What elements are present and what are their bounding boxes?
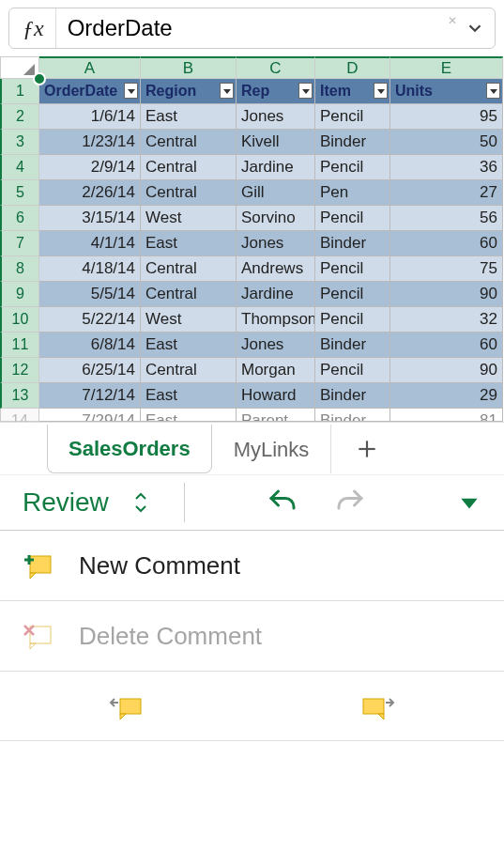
- cell[interactable]: 60: [390, 231, 503, 256]
- header-cell[interactable]: Rep: [237, 79, 315, 104]
- cell[interactable]: 90: [390, 282, 503, 307]
- cell[interactable]: Pencil: [315, 256, 390, 282]
- new-comment-button[interactable]: New Comment: [0, 531, 504, 601]
- cell[interactable]: 81: [390, 409, 503, 422]
- cell[interactable]: Sorvino: [237, 206, 315, 231]
- filter-icon[interactable]: [374, 83, 388, 99]
- cell[interactable]: Binder: [315, 130, 390, 155]
- cell[interactable]: 2/9/14: [39, 155, 141, 180]
- col-header[interactable]: D: [315, 56, 390, 79]
- cell[interactable]: Central: [141, 155, 237, 180]
- cell[interactable]: 4/1/14: [39, 231, 141, 256]
- ribbon-tab-selector[interactable]: Review: [0, 475, 171, 530]
- cell[interactable]: 50: [390, 130, 503, 155]
- cell[interactable]: Central: [141, 256, 237, 282]
- col-header[interactable]: B: [141, 56, 237, 79]
- cell[interactable]: Central: [141, 130, 237, 155]
- cell[interactable]: 27: [390, 180, 503, 206]
- cell[interactable]: Jones: [237, 333, 315, 358]
- header-cell[interactable]: OrderDate: [39, 79, 141, 104]
- cell[interactable]: East: [141, 231, 237, 256]
- row-header[interactable]: 14: [0, 409, 39, 422]
- filter-icon[interactable]: [486, 83, 500, 99]
- cell[interactable]: Pencil: [315, 206, 390, 231]
- cell[interactable]: 1/6/14: [39, 104, 141, 130]
- row-header[interactable]: 9: [0, 282, 39, 307]
- add-sheet-button[interactable]: [330, 425, 402, 473]
- chevron-down-icon[interactable]: [455, 18, 495, 39]
- fx-icon[interactable]: ƒx: [9, 8, 56, 48]
- cell[interactable]: 6/25/14: [39, 358, 141, 383]
- cell[interactable]: Pencil: [315, 104, 390, 130]
- col-header[interactable]: A: [39, 56, 141, 79]
- cell[interactable]: 7/29/14: [39, 409, 141, 422]
- cell[interactable]: 4/18/14: [39, 256, 141, 282]
- cell[interactable]: Central: [141, 180, 237, 206]
- row-header[interactable]: 7: [0, 231, 39, 256]
- cell[interactable]: 7/12/14: [39, 383, 141, 409]
- clear-icon[interactable]: ✕: [448, 14, 457, 27]
- cell[interactable]: 90: [390, 358, 503, 383]
- cell[interactable]: East: [141, 333, 237, 358]
- cell[interactable]: Andrews: [237, 256, 315, 282]
- cell[interactable]: 32: [390, 307, 503, 333]
- col-header[interactable]: C: [237, 56, 315, 79]
- cell[interactable]: East: [141, 383, 237, 409]
- cell[interactable]: 5/5/14: [39, 282, 141, 307]
- cell[interactable]: 1/23/14: [39, 130, 141, 155]
- cell[interactable]: Jardine: [237, 155, 315, 180]
- row-header[interactable]: 12: [0, 358, 39, 383]
- header-cell[interactable]: Units: [390, 79, 503, 104]
- next-comment-button[interactable]: [252, 672, 505, 740]
- filter-icon[interactable]: [124, 83, 138, 99]
- cell[interactable]: Binder: [315, 333, 390, 358]
- cell[interactable]: 36: [390, 155, 503, 180]
- cell[interactable]: 29: [390, 383, 503, 409]
- cell[interactable]: Pencil: [315, 155, 390, 180]
- cell[interactable]: West: [141, 307, 237, 333]
- cell[interactable]: Kivell: [237, 130, 315, 155]
- formula-input[interactable]: [56, 8, 455, 48]
- header-cell[interactable]: Region: [141, 79, 237, 104]
- cell[interactable]: Pencil: [315, 358, 390, 383]
- cell[interactable]: 56: [390, 206, 503, 231]
- row-header[interactable]: 6: [0, 206, 39, 231]
- cell[interactable]: 95: [390, 104, 503, 130]
- cell[interactable]: 5/22/14: [39, 307, 141, 333]
- cell[interactable]: Binder: [315, 383, 390, 409]
- row-header[interactable]: 5: [0, 180, 39, 206]
- row-header[interactable]: 13: [0, 383, 39, 409]
- sheet-tab-mylinks[interactable]: MyLinks: [212, 425, 331, 473]
- collapse-ribbon-button[interactable]: [435, 490, 504, 515]
- row-header[interactable]: 8: [0, 256, 39, 282]
- cell[interactable]: 2/26/14: [39, 180, 141, 206]
- row-header[interactable]: 11: [0, 333, 39, 358]
- cell[interactable]: Thompson: [237, 307, 315, 333]
- col-header[interactable]: E: [390, 56, 503, 79]
- cell[interactable]: 75: [390, 256, 503, 282]
- redo-button[interactable]: [333, 486, 367, 519]
- cell[interactable]: Central: [141, 358, 237, 383]
- cell[interactable]: Howard: [237, 383, 315, 409]
- cell[interactable]: Pencil: [315, 307, 390, 333]
- prev-comment-button[interactable]: [0, 672, 252, 740]
- cell[interactable]: East: [141, 104, 237, 130]
- cell[interactable]: Binder: [315, 231, 390, 256]
- cell[interactable]: Binder: [315, 409, 390, 422]
- sheet-tab-salesorders[interactable]: SalesOrders: [47, 425, 212, 473]
- header-cell[interactable]: Item: [315, 79, 390, 104]
- cell[interactable]: Jones: [237, 231, 315, 256]
- cell[interactable]: Jardine: [237, 282, 315, 307]
- cell[interactable]: West: [141, 206, 237, 231]
- row-header[interactable]: 3: [0, 130, 39, 155]
- filter-icon[interactable]: [298, 83, 313, 99]
- cell[interactable]: 60: [390, 333, 503, 358]
- row-header[interactable]: 2: [0, 104, 39, 130]
- cell[interactable]: East: [141, 409, 237, 422]
- row-header[interactable]: 10: [0, 307, 39, 333]
- cell[interactable]: Pencil: [315, 282, 390, 307]
- cell[interactable]: 6/8/14: [39, 333, 141, 358]
- selection-handle[interactable]: [33, 72, 46, 85]
- row-header[interactable]: 4: [0, 155, 39, 180]
- spreadsheet-grid[interactable]: A B C D E 1 OrderDate Region Rep Item Un…: [0, 56, 504, 422]
